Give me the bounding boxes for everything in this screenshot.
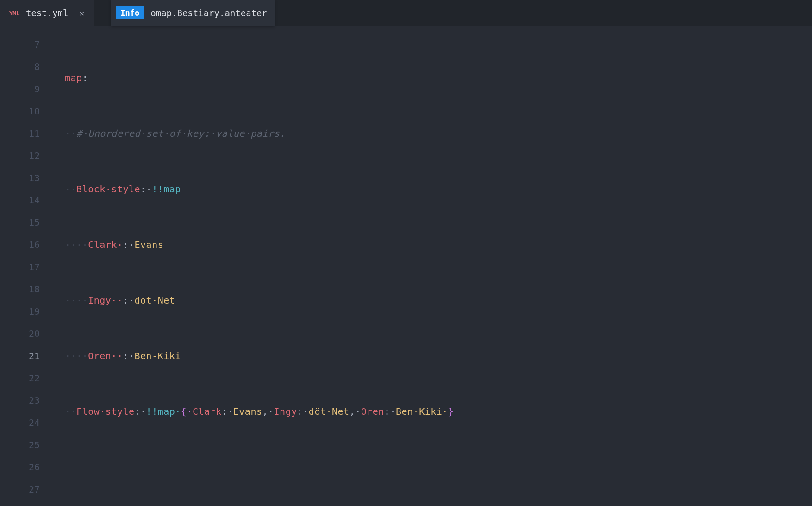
code-area[interactable]: map: ··#·Unordered·set·of·key:·value·pai… (51, 26, 812, 506)
line-number: 21 (0, 345, 51, 367)
code-line[interactable]: ··#·Unordered·set·of·key:·value·pairs. (65, 122, 812, 145)
info-badge: Info (116, 6, 144, 19)
line-number: 18 (0, 278, 51, 300)
line-number: 13 (0, 167, 51, 189)
line-number: 12 (0, 145, 51, 167)
line-number: 20 (0, 323, 51, 345)
line-number: 19 (0, 300, 51, 323)
line-number: 15 (0, 211, 51, 234)
code-line[interactable]: map: (65, 67, 812, 89)
breadcrumb-path: omap.Bestiary.anteater (150, 8, 267, 18)
line-number: 11 (0, 122, 51, 145)
code-line[interactable]: ····Oren··:·Ben-Kiki (65, 345, 812, 367)
code-line[interactable]: ··Flow·style:·!!map·{·Clark:·Evans,·Ingy… (65, 400, 812, 423)
line-number: 7 (0, 33, 51, 56)
code-line[interactable]: ··Block·style:·!!map (65, 178, 812, 200)
code-line[interactable]: ····Ingy··:·döt·Net (65, 289, 812, 311)
line-number: 23 (0, 389, 51, 411)
line-number: 16 (0, 234, 51, 256)
tab-gap (94, 0, 111, 26)
yaml-file-icon: YML (9, 10, 19, 17)
line-number: 17 (0, 256, 51, 278)
close-icon[interactable]: × (80, 8, 85, 18)
line-number: 14 (0, 189, 51, 211)
line-number: 9 (0, 78, 51, 100)
code-line[interactable] (65, 456, 812, 478)
line-number: 26 (0, 456, 51, 478)
line-number: 8 (0, 56, 51, 78)
info-bar[interactable]: Info omap.Bestiary.anteater (111, 0, 275, 26)
editor[interactable]: 789101112131415161718192021222324252627 … (0, 26, 812, 506)
tab-filename: test.yml (26, 8, 69, 18)
line-number: 27 (0, 478, 51, 500)
code-line[interactable]: ····Clark·:·Evans (65, 234, 812, 256)
gutter: 789101112131415161718192021222324252627 (0, 26, 51, 506)
tab-file-active[interactable]: YML test.yml × (0, 0, 94, 26)
tab-bar: YML test.yml × Info omap.Bestiary.anteat… (0, 0, 812, 26)
line-number: 10 (0, 100, 51, 122)
line-number: 24 (0, 411, 51, 434)
line-number: 25 (0, 434, 51, 456)
line-number: 22 (0, 367, 51, 389)
